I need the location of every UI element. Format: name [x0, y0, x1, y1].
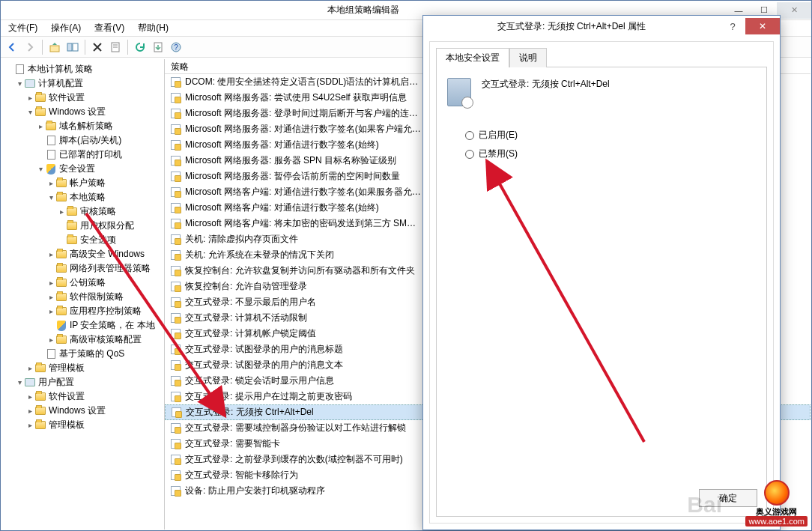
up-button[interactable]: [46, 39, 63, 55]
expand-toggle-icon[interactable]: ▸: [25, 389, 34, 404]
expand-toggle-icon[interactable]: ▸: [25, 361, 34, 375]
expand-toggle-icon[interactable]: ▸: [25, 404, 34, 418]
tree-node[interactable]: 基于策略的 QoS: [4, 347, 164, 361]
expand-toggle-icon[interactable]: ▸: [36, 119, 45, 133]
flame-icon: [764, 480, 790, 506]
tab-explain[interactable]: 说明: [509, 48, 547, 67]
dialog-close-button[interactable]: ✕: [745, 18, 780, 34]
tree-node-label: 基于策略的 QoS: [59, 347, 124, 361]
tree-node[interactable]: ▸公钥策略: [4, 276, 164, 290]
radio-disabled[interactable]: [465, 150, 474, 159]
folder-icon: [66, 206, 78, 218]
folder-icon: [55, 263, 67, 275]
expand-toggle-icon[interactable]: ▸: [46, 333, 55, 347]
tree-node[interactable]: ▾安全设置: [4, 162, 164, 176]
folder-icon: [34, 405, 46, 417]
tree-node[interactable]: ▸管理模板: [4, 418, 164, 432]
menu-help[interactable]: 帮助(H): [135, 20, 172, 36]
list-item-label: Microsoft 网络客户端: 对通信进行数字签名(如果服务器允…: [185, 186, 421, 198]
tree-node[interactable]: ▸高级审核策略配置: [4, 333, 164, 347]
expand-toggle-icon[interactable]: ▸: [46, 176, 55, 190]
tree-node-label: 网络列表管理器策略: [70, 261, 151, 276]
tree-node-label: Windows 设置: [49, 404, 106, 418]
policy-item-icon: [169, 171, 181, 183]
tree-node[interactable]: ▸软件设置: [4, 91, 164, 105]
menu-file[interactable]: 文件(F): [5, 20, 40, 36]
forward-button[interactable]: [22, 39, 38, 55]
tree-node[interactable]: 已部署的打印机: [4, 148, 164, 162]
tree-node[interactable]: 用户权限分配: [4, 219, 164, 233]
expand-toggle-icon[interactable]: ▸: [57, 204, 66, 219]
tree-node[interactable]: 安全选项: [4, 233, 164, 247]
tree-node[interactable]: ▾本地策略: [4, 190, 164, 204]
expand-toggle-icon[interactable]: ▾: [15, 76, 24, 91]
tab-local-security[interactable]: 本地安全设置: [436, 48, 509, 67]
back-button[interactable]: [4, 39, 20, 55]
tab-spacer: [547, 48, 767, 67]
tree-node[interactable]: 本地计算机 策略: [4, 62, 164, 76]
folder-icon: [34, 362, 46, 374]
tree-node[interactable]: ▸Windows 设置: [4, 404, 164, 418]
refresh-button[interactable]: [132, 39, 148, 55]
radio-disabled-row[interactable]: 已禁用(S): [465, 148, 738, 160]
folder-icon: [55, 177, 67, 189]
tree-node-label: 用户权限分配: [80, 219, 134, 233]
folder-icon: [34, 92, 46, 104]
watermark-text: Bai: [687, 492, 722, 518]
menu-view[interactable]: 查看(V): [91, 20, 127, 36]
tree-node-label: IP 安全策略，在 本地: [70, 318, 155, 333]
list-item-label: Microsoft 网络服务器: 对通信进行数字签名(始终): [185, 139, 379, 151]
radio-enabled-row[interactable]: 已启用(E): [465, 129, 738, 142]
tree-node[interactable]: ▸应用程序控制策略: [4, 304, 164, 318]
tree-node[interactable]: 脚本(启动/关机): [4, 133, 164, 148]
radio-enabled[interactable]: [465, 131, 474, 140]
delete-button[interactable]: [89, 39, 106, 55]
dialog-help-button[interactable]: ?: [720, 21, 745, 32]
expand-toggle-icon[interactable]: ▸: [46, 290, 55, 304]
expand-toggle-icon[interactable]: ▾: [36, 162, 45, 176]
policy-name-label: 交互式登录: 无须按 Ctrl+Alt+Del: [482, 78, 610, 91]
show-hide-tree-button[interactable]: [64, 39, 81, 55]
policy-item-icon: [169, 92, 181, 104]
expand-toggle-icon[interactable]: ▸: [46, 247, 55, 261]
policy-item-icon: [169, 438, 181, 450]
list-item-label: 交互式登录: 试图登录的用户的消息标题: [185, 343, 343, 356]
menu-action[interactable]: 操作(A): [48, 20, 84, 36]
export-button[interactable]: [150, 39, 166, 55]
policy-item-icon: [170, 407, 182, 419]
tree-node-label: 软件设置: [49, 91, 85, 105]
tree-node[interactable]: ▸软件限制策略: [4, 290, 164, 304]
site-logo: 奥义游戏网 www.aoe1.com: [745, 480, 808, 527]
tree-node[interactable]: ▸域名解析策略: [4, 119, 164, 133]
list-item-label: DCOM: 使用安全描述符定义语言(SDDL)语法的计算机启…: [185, 76, 418, 88]
shield-icon: [55, 320, 67, 332]
list-item-label: 设备: 防止用户安装打印机驱动程序: [185, 485, 325, 497]
tree-node[interactable]: ▸帐户策略: [4, 176, 164, 190]
expand-toggle-icon[interactable]: ▸: [46, 276, 55, 290]
tree-node[interactable]: ▾用户配置: [4, 375, 164, 389]
tree-node[interactable]: ▸软件设置: [4, 389, 164, 404]
tree-node[interactable]: ▸高级安全 Windows: [4, 247, 164, 261]
tree-node-label: 高级安全 Windows: [70, 247, 145, 261]
policy-item-icon: [169, 218, 181, 230]
tree-node[interactable]: ▾Windows 设置: [4, 105, 164, 119]
properties-button[interactable]: [107, 39, 124, 55]
tree-node[interactable]: ▾计算机配置: [4, 76, 164, 91]
tree-node[interactable]: IP 安全策略，在 本地: [4, 318, 164, 333]
list-item-label: Microsoft 网络服务器: 登录时间过期后断开与客户端的连…: [185, 107, 418, 120]
tree-node-label: 本地策略: [70, 190, 106, 204]
expand-toggle-icon[interactable]: ▾: [15, 375, 24, 389]
expand-toggle-icon[interactable]: ▸: [25, 418, 34, 432]
expand-toggle-icon[interactable]: ▾: [25, 105, 34, 119]
expand-toggle-icon[interactable]: ▸: [25, 91, 34, 105]
tree-node[interactable]: ▸管理模板: [4, 361, 164, 375]
help-button[interactable]: ?: [168, 39, 184, 55]
tree-node[interactable]: ▸审核策略: [4, 204, 164, 219]
tree-node[interactable]: 网络列表管理器策略: [4, 261, 164, 276]
tree-node-label: 应用程序控制策略: [70, 304, 142, 318]
expand-toggle-icon[interactable]: ▾: [46, 190, 55, 204]
expand-toggle-icon[interactable]: ▸: [46, 304, 55, 318]
folder-icon: [55, 291, 67, 303]
close-button[interactable]: ✕: [777, 2, 811, 19]
tree-pane[interactable]: 本地计算机 策略▾计算机配置▸软件设置▾Windows 设置▸域名解析策略脚本(…: [1, 59, 165, 530]
